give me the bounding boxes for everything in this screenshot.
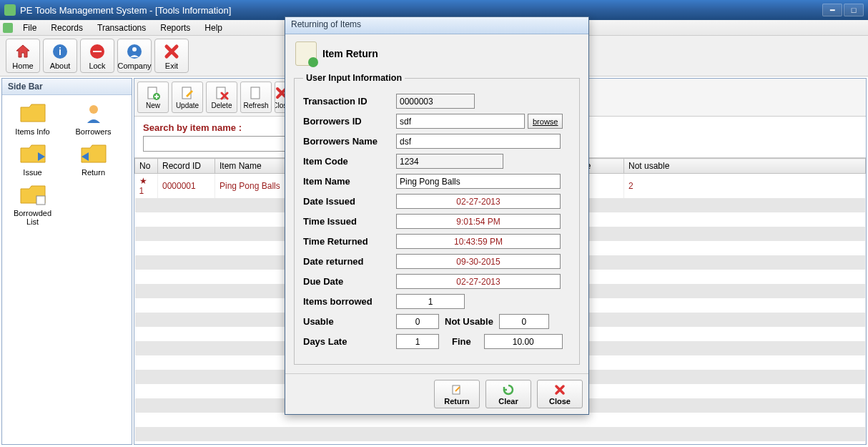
input-not-usable[interactable]	[499, 314, 549, 329]
menu-icon	[3, 23, 13, 33]
input-date-returned[interactable]	[396, 254, 561, 269]
sidebar-item-issue[interactable]: Issue	[9, 143, 56, 177]
label-date-issued: Date Issued	[303, 196, 396, 207]
input-usable[interactable]	[396, 314, 439, 329]
svg-point-6	[89, 105, 98, 114]
info-icon: i	[51, 42, 69, 61]
input-date-issued[interactable]	[396, 194, 561, 209]
input-days-late[interactable]	[396, 334, 439, 349]
label-items-borrowed: Items borrowed	[303, 296, 396, 307]
label-date-returned: Date returned	[303, 256, 396, 267]
label-time-issued: Time Issued	[303, 216, 396, 227]
refresh-icon	[248, 85, 264, 101]
svg-rect-3	[93, 51, 102, 52]
input-time-returned[interactable]	[396, 234, 561, 249]
label-due-date: Due Date	[303, 276, 396, 287]
table-row[interactable]	[135, 413, 866, 427]
company-icon	[125, 42, 144, 61]
window-title: PE Tools Management System - [Tools Info…	[20, 5, 231, 16]
close-dialog-button[interactable]: Close	[537, 380, 583, 408]
dialog-header: Item Return	[322, 48, 378, 59]
col-not-usable[interactable]: Not usable	[624, 159, 866, 174]
home-button[interactable]: Home	[6, 39, 40, 73]
table-row[interactable]	[135, 441, 866, 444]
user-input-fieldset: User Input Information Transaction ID Bo…	[294, 73, 580, 365]
maximize-button[interactable]: □	[844, 4, 864, 16]
svg-rect-7	[36, 196, 45, 205]
menu-transactions[interactable]: Transactions	[92, 21, 152, 34]
return-button[interactable]: Return	[434, 380, 480, 408]
sidebar-item-items-info[interactable]: Items Info	[9, 102, 56, 136]
home-icon	[14, 42, 32, 61]
input-items-borrowed[interactable]	[396, 294, 465, 309]
input-item-code	[396, 154, 503, 169]
col-no[interactable]: No	[135, 159, 158, 174]
svg-rect-12	[251, 87, 260, 99]
delete-button[interactable]: Delete	[206, 82, 237, 113]
menu-file[interactable]: File	[17, 21, 42, 34]
label-borrowers-name: Borrowers Name	[303, 136, 396, 147]
new-button[interactable]: New	[137, 82, 169, 113]
update-icon	[179, 85, 195, 101]
delete-icon	[214, 85, 230, 101]
clear-button[interactable]: Clear	[485, 380, 531, 408]
fieldset-legend: User Input Information	[303, 73, 405, 83]
sidebar-item-borrowers[interactable]: Borrowers	[70, 102, 117, 136]
menu-reports[interactable]: Reports	[154, 21, 196, 34]
return-icon	[79, 143, 108, 166]
label-item-name: Item Name	[303, 176, 396, 187]
lock-icon	[88, 42, 107, 61]
menu-help[interactable]: Help	[199, 21, 228, 34]
svg-point-5	[132, 47, 137, 51]
label-usable: Usable	[303, 316, 396, 327]
label-borrowers-id: Borrowers ID	[303, 116, 396, 127]
label-not-usable: Not Usable	[445, 316, 493, 327]
clipboard-icon	[295, 41, 317, 66]
label-days-late: Days Late	[303, 336, 396, 347]
dialog-title: Returning of Items	[285, 17, 588, 34]
label-item-code: Item Code	[303, 156, 396, 167]
col-record-id[interactable]: Record ID	[158, 159, 215, 174]
label-time-returned: Time Returned	[303, 236, 396, 247]
side-bar: Side Bar Items Info Borrowers Issue Retu…	[1, 78, 132, 445]
update-button[interactable]: Update	[172, 82, 203, 113]
return-dialog: Returning of Items Item Return User Inpu…	[285, 16, 589, 415]
sidebar-item-return[interactable]: Return	[70, 143, 117, 177]
input-transaction-id	[396, 94, 475, 109]
input-due-date[interactable]	[396, 274, 561, 289]
menu-records[interactable]: Records	[45, 21, 89, 34]
company-button[interactable]: Company	[117, 39, 152, 73]
sidebar-item-borrowed-list[interactable]: Borrowded List	[9, 184, 56, 226]
input-fine[interactable]	[484, 334, 563, 349]
browse-button[interactable]: browse	[528, 114, 563, 129]
return-action-icon	[450, 383, 463, 396]
issue-icon	[19, 143, 47, 166]
exit-button[interactable]: Exit	[154, 39, 189, 73]
close-dialog-icon	[553, 383, 566, 396]
svg-text:i: i	[59, 46, 61, 57]
label-fine: Fine	[452, 336, 471, 347]
app-icon	[4, 4, 16, 16]
refresh-button[interactable]: Refresh	[240, 82, 272, 113]
table-row[interactable]	[135, 427, 866, 441]
label-transaction-id: Transaction ID	[303, 96, 396, 107]
list-icon	[19, 184, 47, 207]
input-item-name[interactable]	[396, 174, 561, 189]
sidebar-title: Side Bar	[2, 79, 132, 95]
folder-icon	[19, 102, 47, 125]
person-icon	[79, 102, 108, 125]
exit-icon	[162, 42, 181, 61]
new-icon	[145, 85, 161, 101]
minimize-button[interactable]: ━	[822, 4, 842, 16]
input-borrowers-name[interactable]	[396, 134, 561, 149]
input-time-issued[interactable]	[396, 214, 561, 229]
clear-icon	[502, 383, 515, 396]
about-button[interactable]: i About	[43, 39, 77, 73]
input-borrowers-id[interactable]	[396, 114, 525, 129]
lock-button[interactable]: Lock	[80, 39, 114, 73]
